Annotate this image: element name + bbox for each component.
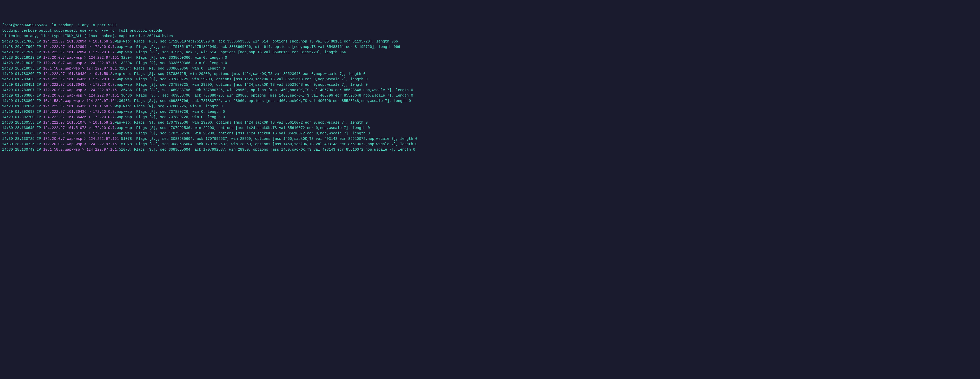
packet-address: 124.222.97.161.51078 > 10.1.58.2 bbox=[43, 121, 113, 124]
packet-details: .wap-wsp: Flags [S], seq 1707992536, win… bbox=[112, 121, 368, 124]
packet-timestamp: 14:29:01.783862 IP bbox=[2, 99, 43, 103]
packet-line: 14:29:01.783807 IP 172.20.0.7.wap-wsp > … bbox=[2, 93, 978, 98]
packet-line: 14:29:01.783807 IP 172.20.0.7.wap-wsp > … bbox=[2, 88, 978, 93]
packet-line: 14:30:28.130725 IP 172.20.0.7.wap-wsp > … bbox=[2, 136, 978, 142]
packet-details: .wap-wsp: Flags [S], seq 737880725, win … bbox=[115, 83, 368, 87]
packet-line: 14:29:01.783862 IP 10.1.58.2.wap-wsp > 1… bbox=[2, 98, 978, 104]
packet-line: 14:28:26.218035 IP 10.1.58.2.wap-wsp > 1… bbox=[2, 66, 978, 71]
packet-address: 124.222.97.161.51078 > 172.20.0.7 bbox=[43, 131, 115, 135]
packet-line: 14:28:26.218019 IP 172.20.0.7.wap-wsp > … bbox=[2, 55, 978, 61]
packet-line: 14:28:26.217978 IP 124.222.97.161.32894 … bbox=[2, 50, 978, 55]
packet-timestamp: 14:28:26.217978 IP bbox=[2, 50, 43, 54]
packet-details: .51078: Flags [S.], seq 3083685604, ack … bbox=[117, 148, 415, 152]
packet-address: 124.222.97.161.36436 > 172.20.0.7 bbox=[43, 77, 115, 81]
packet-details: .32894: Flags [R], seq 3338669366, win 0… bbox=[119, 56, 227, 60]
packet-address: 172.20.0.7.wap-wsp > 124.222.97.161 bbox=[43, 88, 119, 92]
packet-details: .wap-wsp: Flags [R], seq 737880726, win … bbox=[115, 110, 225, 114]
packet-line: 14:28:26.217886 IP 124.222.97.161.32894 … bbox=[2, 39, 978, 44]
packet-timestamp: 14:29:01.892624 IP bbox=[2, 104, 43, 108]
packet-details: .36436: Flags [S.], seq 469888796, ack 7… bbox=[119, 88, 413, 92]
packet-details: .wap-wsp: Flags [R], seq 737880726, win … bbox=[115, 115, 225, 119]
packet-line: 14:29:01.892693 IP 124.222.97.161.36436 … bbox=[2, 109, 978, 115]
packet-details: .wap-wsp: Flags [S], seq 1707992536, win… bbox=[115, 131, 370, 135]
packet-address: 10.1.58.2.wap-wsp > 124.222.97.161 bbox=[43, 99, 117, 103]
packet-line: 14:29:01.783451 IP 124.222.97.161.36436 … bbox=[2, 82, 978, 88]
packet-address: 172.20.0.7.wap-wsp > 124.222.97.161 bbox=[43, 94, 119, 97]
packet-details: .wap-wsp: Flags [R], seq 737880726, win … bbox=[112, 104, 223, 108]
packet-timestamp: 14:29:01.783807 IP bbox=[2, 94, 43, 97]
packet-address: 124.222.97.161.32894 > 172.20.0.7 bbox=[43, 45, 115, 49]
packet-address: 172.20.0.7.wap-wsp > 124.222.97.161 bbox=[43, 137, 119, 141]
packet-details: .51078: Flags [S.], seq 3083685604, ack … bbox=[119, 137, 417, 141]
packet-address: 124.222.97.161.36436 > 172.20.0.7 bbox=[43, 110, 115, 114]
packet-output: 14:28:26.217886 IP 124.222.97.161.32894 … bbox=[2, 39, 978, 153]
packet-timestamp: 14:30:28.130749 IP bbox=[2, 148, 43, 152]
packet-line: 14:30:28.130663 IP 124.222.97.161.51078 … bbox=[2, 131, 978, 136]
packet-line: 14:29:01.783430 IP 124.222.97.161.36436 … bbox=[2, 77, 978, 82]
packet-details: .wap-wsp: Flags [S], seq 1707992536, win… bbox=[115, 126, 370, 130]
packet-address: 172.20.0.7.wap-wsp > 124.222.97.161 bbox=[43, 56, 119, 60]
packet-timestamp: 14:30:28.130725 IP bbox=[2, 142, 43, 146]
packet-address: 124.222.97.161.51078 > 172.20.0.7 bbox=[43, 126, 115, 130]
packet-line: 14:30:28.130553 IP 124.222.97.161.51078 … bbox=[2, 120, 978, 126]
packet-timestamp: 14:29:01.892693 IP bbox=[2, 110, 43, 114]
packet-address: 124.222.97.161.36436 > 10.1.58.2 bbox=[43, 104, 113, 108]
packet-timestamp: 14:30:28.130725 IP bbox=[2, 137, 43, 141]
packet-timestamp: 14:28:26.217886 IP bbox=[2, 40, 43, 43]
packet-timestamp: 14:29:01.783807 IP bbox=[2, 88, 43, 92]
packet-address: 10.1.58.2.wap-wsp > 124.222.97.161 bbox=[43, 67, 117, 70]
packet-line: 14:30:28.130645 IP 124.222.97.161.51078 … bbox=[2, 126, 978, 131]
packet-address: 10.1.58.2.wap-wsp > 124.222.97.161 bbox=[43, 148, 117, 152]
packet-line: 14:28:26.217962 IP 124.222.97.161.32894 … bbox=[2, 44, 978, 50]
terminal-output[interactable]: [root@ser604499165334 ~]# tcpdump -i any… bbox=[2, 23, 978, 153]
packet-line: 14:30:28.130725 IP 172.20.0.7.wap-wsp > … bbox=[2, 142, 978, 147]
packet-timestamp: 14:30:28.130663 IP bbox=[2, 131, 43, 135]
packet-details: .wap-wsp: Flags [S], seq 737880725, win … bbox=[115, 77, 368, 81]
packet-address: 124.222.97.161.32894 > 172.20.0.7 bbox=[43, 50, 115, 54]
packet-address: 124.222.97.161.36436 > 10.1.58.2 bbox=[43, 72, 113, 76]
shell-prompt: [root@ser604499165334 ~]# bbox=[2, 23, 58, 27]
packet-line: 14:29:01.783266 IP 124.222.97.161.36436 … bbox=[2, 71, 978, 77]
tcpdump-info-line: tcpdump: verbose output suppressed, use … bbox=[2, 28, 978, 33]
packet-timestamp: 14:30:28.130645 IP bbox=[2, 126, 43, 130]
packet-timestamp: 14:28:26.218019 IP bbox=[2, 61, 43, 65]
packet-details: .36436: Flags [S.], seq 469888796, ack 7… bbox=[117, 99, 411, 103]
packet-timestamp: 14:29:01.783266 IP bbox=[2, 72, 43, 76]
packet-details: .36436: Flags [S.], seq 469888796, ack 7… bbox=[119, 94, 413, 97]
packet-details: .51078: Flags [S.], seq 3083685604, ack … bbox=[119, 142, 417, 146]
packet-address: 172.20.0.7.wap-wsp > 124.222.97.161 bbox=[43, 61, 119, 65]
packet-details: .32894: Flags [R], seq 3338669366, win 0… bbox=[117, 67, 225, 70]
packet-details: .wap-wsp: Flags [P.], seq 0:966, ack 1, … bbox=[115, 50, 346, 54]
packet-details: .wap-wsp: Flags [P.], seq 1751851974:175… bbox=[112, 40, 398, 43]
packet-timestamp: 14:29:01.783430 IP bbox=[2, 77, 43, 81]
tcpdump-info-line: listening on any, link-type LINUX_SLL (L… bbox=[2, 33, 978, 39]
packet-details: .wap-wsp: Flags [S], seq 737880725, win … bbox=[112, 72, 365, 76]
packet-details: .32894: Flags [R], seq 3338669366, win 0… bbox=[119, 61, 227, 65]
packet-timestamp: 14:28:26.218035 IP bbox=[2, 67, 43, 70]
packet-line: 14:29:01.892700 IP 124.222.97.161.36436 … bbox=[2, 115, 978, 120]
packet-timestamp: 14:28:26.218019 IP bbox=[2, 56, 43, 60]
packet-line: 14:30:28.130749 IP 10.1.58.2.wap-wsp > 1… bbox=[2, 147, 978, 153]
packet-address: 124.222.97.161.36436 > 172.20.0.7 bbox=[43, 115, 115, 119]
packet-line: 14:29:01.892624 IP 124.222.97.161.36436 … bbox=[2, 104, 978, 109]
packet-address: 124.222.97.161.36436 > 172.20.0.7 bbox=[43, 83, 115, 87]
packet-address: 124.222.97.161.32894 > 10.1.58.2 bbox=[43, 40, 113, 43]
packet-timestamp: 14:30:28.130553 IP bbox=[2, 121, 43, 124]
packet-details: .wap-wsp: Flags [P.], seq 1751851974:175… bbox=[115, 45, 400, 49]
packet-timestamp: 14:29:01.783451 IP bbox=[2, 83, 43, 87]
packet-timestamp: 14:28:26.217962 IP bbox=[2, 45, 43, 49]
packet-line: 14:28:26.218019 IP 172.20.0.7.wap-wsp > … bbox=[2, 61, 978, 66]
command-text: tcpdump -i any -n port 9200 bbox=[58, 23, 117, 27]
packet-timestamp: 14:29:01.892700 IP bbox=[2, 115, 43, 119]
packet-address: 172.20.0.7.wap-wsp > 124.222.97.161 bbox=[43, 142, 119, 146]
